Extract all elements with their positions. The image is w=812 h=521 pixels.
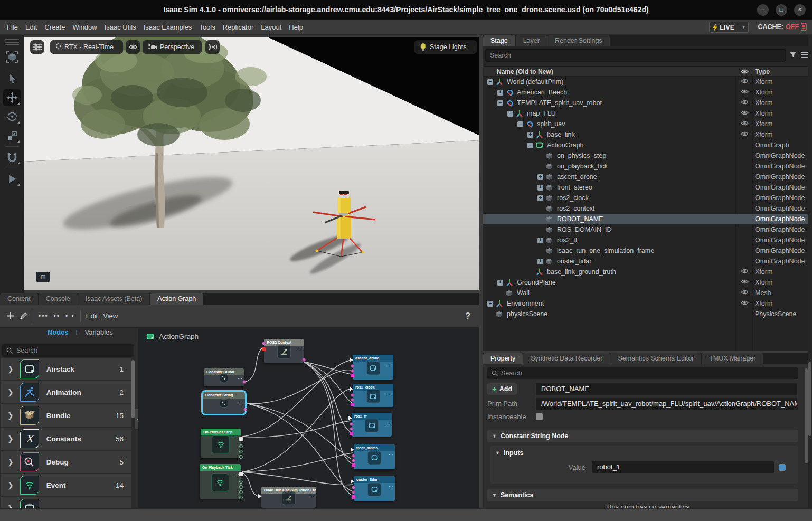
graph-node-front-stereo[interactable]: front_stereo⋯ [354, 444, 395, 469]
node-port[interactable] [352, 459, 355, 462]
scale-tool[interactable] [3, 127, 21, 144]
menu-edit[interactable]: Edit [22, 20, 41, 31]
visibility-eye-icon[interactable] [738, 268, 751, 276]
node-port[interactable] [352, 490, 355, 494]
node-category-event[interactable]: ❯Event14 [1, 474, 131, 496]
node-menu-dots[interactable]: ⋯ [385, 421, 390, 425]
node-menu-dots[interactable]: ⋯ [234, 472, 239, 477]
visibility-eye-icon[interactable] [738, 110, 751, 117]
stage-row-physicsscene[interactable]: physicsScenePhysicsScene [483, 309, 808, 319]
node-port[interactable] [350, 387, 353, 391]
node-port[interactable] [243, 408, 247, 411]
graph-options-dots-3[interactable]: • • [65, 312, 75, 320]
visibility-eye-icon[interactable] [738, 89, 751, 96]
graph-node-constant-string[interactable]: Constant String⋯ [203, 392, 245, 414]
node-port[interactable] [239, 444, 243, 448]
tab-layer[interactable]: Layer [516, 35, 547, 46]
window-scrollbar[interactable] [808, 362, 811, 436]
chevron-right-icon[interactable]: ❯ [7, 481, 14, 489]
graph-node-ouster-lidar[interactable]: ouster_lidar⋯ [354, 476, 395, 501]
filter-icon[interactable] [789, 51, 797, 59]
node-port[interactable] [242, 380, 246, 384]
node-port[interactable] [351, 364, 354, 368]
graph-node-constant-uchar[interactable]: Constant UChar⋯ [204, 368, 244, 386]
tab-console[interactable]: Console [39, 293, 78, 305]
graph-node-ros2-clock[interactable]: ros2_clock⋯ [353, 384, 393, 407]
move-tool[interactable] [3, 89, 21, 106]
node-port[interactable] [258, 494, 262, 498]
node-menu-dots[interactable]: ⋯ [297, 347, 302, 352]
stage-row-front-stereo[interactable]: +front_stereoOmniGraphNode [483, 182, 808, 193]
chevron-right-icon[interactable]: ❯ [7, 504, 14, 508]
stage-row-isaac-run-one-simulation-frame[interactable]: isaac_run_one_simulation_frameOmniGraphN… [483, 245, 808, 256]
prim-name-field[interactable]: ROBOT_NAME [536, 383, 797, 395]
stage-row-map-flu[interactable]: −map_FLUXform [483, 108, 808, 119]
action-graph-canvas[interactable]: ActionGraph ROS2 Context⋯Constant UChar⋯… [138, 328, 479, 508]
menu-replicator[interactable]: Replicator [219, 20, 258, 31]
visibility-eye-icon[interactable] [738, 300, 751, 307]
node-port[interactable] [352, 454, 355, 458]
stage-row-spirit-uav[interactable]: −spirit_uavXform [483, 119, 808, 129]
node-port[interactable] [262, 347, 266, 351]
live-sync-button[interactable]: LIVE [709, 22, 739, 33]
node-port[interactable] [239, 480, 243, 484]
chevron-right-icon[interactable]: ❯ [7, 411, 14, 420]
graph-node-ros2-tf[interactable]: ros2_tf⋯ [352, 413, 392, 437]
select-mode-tool[interactable] [3, 49, 21, 65]
tab-stage[interactable]: Stage [483, 35, 516, 46]
expand-expander[interactable]: + [537, 238, 543, 243]
expand-expander[interactable]: + [497, 90, 503, 96]
expand-expander[interactable]: + [537, 259, 543, 264]
collapse-expander[interactable]: − [507, 111, 513, 117]
stage-row-ros2-clock[interactable]: +ros2_clockOmniGraphNode [483, 193, 808, 203]
node-menu-dots[interactable]: ⋯ [309, 495, 314, 499]
node-port[interactable] [239, 472, 243, 476]
node-port[interactable] [239, 490, 243, 494]
node-category-debug[interactable]: ❯Debug5 [1, 451, 131, 473]
stage-row-base-link-ground-truth[interactable]: base_link_ground_truthXform [483, 267, 808, 277]
graph-options-dots-2[interactable]: •• [54, 312, 60, 320]
graph-node-ascent-drone[interactable]: ascent_drone⋯ [353, 355, 393, 380]
node-port[interactable] [351, 374, 354, 377]
cache-status[interactable]: CACHE: OFF [758, 23, 807, 31]
node-port[interactable] [350, 432, 353, 435]
stage-row-ros-domain-id[interactable]: ROS_DOMAIN_IDOmniGraphNode [483, 224, 808, 235]
node-menu-dots[interactable]: ⋯ [387, 363, 392, 367]
stage-row-wall[interactable]: WallMesh [483, 288, 808, 298]
node-port[interactable] [351, 398, 354, 402]
node-port[interactable] [239, 485, 243, 489]
node-port[interactable] [348, 416, 352, 420]
menu-window[interactable]: Window [69, 20, 100, 31]
node-port[interactable] [262, 342, 266, 345]
menu-help[interactable]: Help [285, 20, 307, 31]
audio-button[interactable] [205, 40, 220, 54]
visibility-eye-icon[interactable] [738, 99, 751, 107]
node-port[interactable] [351, 479, 354, 484]
chevron-right-icon[interactable]: ❯ [7, 434, 14, 443]
expand-expander[interactable]: + [497, 280, 503, 286]
type-column-header[interactable]: Type [755, 68, 770, 75]
node-category-bundle[interactable]: ❯Bundle15 [1, 404, 131, 427]
expand-expander[interactable]: + [537, 185, 543, 191]
node-port[interactable] [350, 422, 353, 426]
semantics-section-header[interactable]: ▼ Semantics [487, 489, 798, 501]
play-button[interactable] [3, 170, 21, 187]
edit-menu[interactable]: Edit [86, 312, 98, 320]
maximize-button[interactable]: □ [776, 4, 787, 16]
new-graph-icon[interactable] [6, 312, 14, 320]
menu-isaac-examples[interactable]: Isaac Examples [140, 20, 196, 31]
stage-row-ros2-context[interactable]: ros2_contextOmniGraphNode [483, 203, 808, 214]
tab-synthetic-data-recorder[interactable]: Synthetic Data Recorder [523, 353, 610, 364]
stage-row-ouster-lidar[interactable]: +ouster_lidarOmniGraphNode [483, 256, 808, 267]
visibility-button[interactable] [126, 40, 140, 54]
stage-row-base-link[interactable]: +base_linkXform [483, 129, 808, 140]
edit-graph-icon[interactable] [20, 312, 27, 320]
collapse-expander[interactable]: − [497, 100, 503, 106]
stage-row-actiongraph[interactable]: −ActionGraphOmniGraph [483, 140, 808, 150]
visibility-eye-icon[interactable] [738, 289, 751, 297]
node-port[interactable] [239, 437, 243, 441]
expand-expander[interactable]: + [527, 132, 533, 138]
graph-node-isaac-run-one-simulation-frame[interactable]: Isaac Run One Simulation Frame⋯ [261, 487, 316, 508]
nodes-tab[interactable]: Nodes [48, 328, 69, 336]
viewport[interactable]: RTX - Real-Time Perspective Stage Lights… [24, 37, 479, 290]
